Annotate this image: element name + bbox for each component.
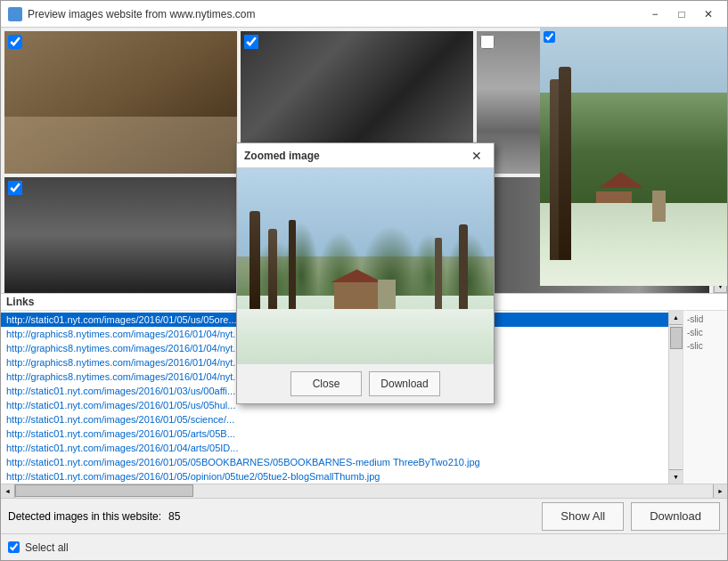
main-window: Preview images website from www.nytimes.… — [0, 0, 728, 561]
modal-close-button[interactable]: Close — [290, 371, 362, 396]
modal-image — [237, 168, 494, 364]
modal-overlay: Zoomed image ✕ Close Download — [0, 0, 728, 561]
modal-titlebar: Zoomed image ✕ — [237, 143, 494, 168]
modal-close-x-button[interactable]: ✕ — [467, 147, 487, 165]
modal-buttons: Close Download — [237, 364, 494, 403]
modal-download-button[interactable]: Download — [369, 371, 440, 396]
zoomed-image-modal: Zoomed image ✕ Close Download — [236, 142, 495, 404]
modal-title: Zoomed image — [244, 150, 467, 162]
